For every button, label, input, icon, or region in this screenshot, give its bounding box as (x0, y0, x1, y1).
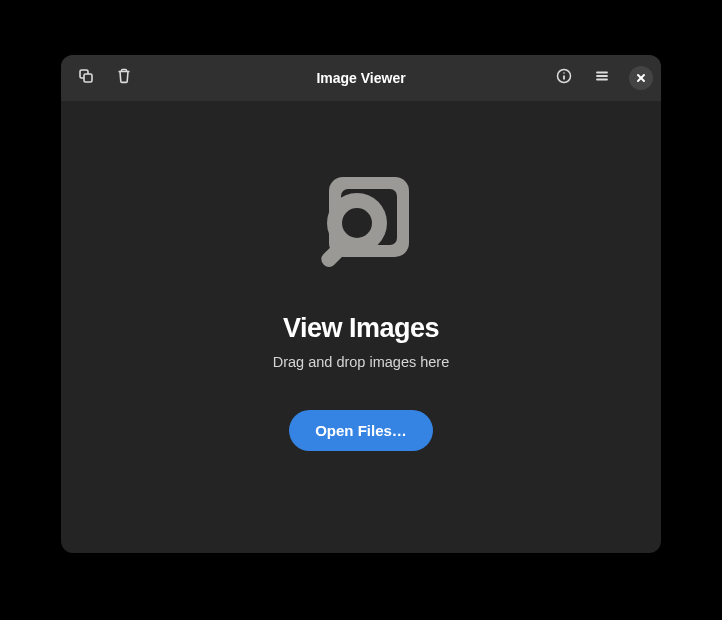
image-viewer-hero-icon (301, 165, 421, 285)
close-icon (636, 69, 646, 87)
trash-icon (116, 68, 132, 88)
empty-state-heading: View Images (283, 313, 439, 344)
empty-state: View Images Drag and drop images here Op… (61, 101, 661, 553)
hamburger-icon (594, 68, 610, 88)
delete-button[interactable] (107, 61, 141, 95)
titlebar-right (547, 61, 653, 95)
svg-point-7 (342, 208, 372, 238)
open-files-button[interactable]: Open Files… (289, 410, 433, 451)
empty-state-subtext: Drag and drop images here (273, 354, 450, 370)
window-title: Image Viewer (316, 70, 405, 86)
copy-icon (78, 68, 94, 88)
close-button[interactable] (629, 66, 653, 90)
svg-rect-1 (84, 74, 92, 82)
svg-point-3 (563, 72, 565, 74)
info-button[interactable] (547, 61, 581, 95)
app-window: Image Viewer (61, 55, 661, 553)
menu-button[interactable] (585, 61, 619, 95)
info-icon (556, 68, 572, 88)
titlebar: Image Viewer (61, 55, 661, 101)
titlebar-left (69, 61, 141, 95)
copy-button[interactable] (69, 61, 103, 95)
